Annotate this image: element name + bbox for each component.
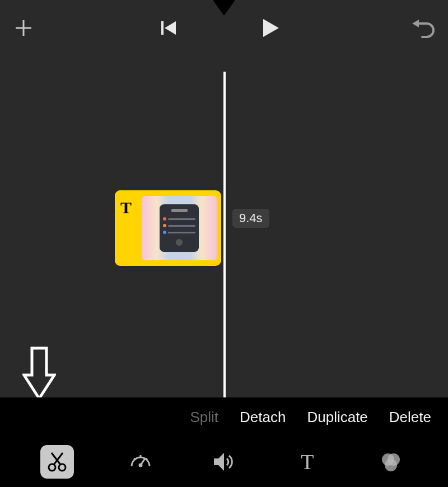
clip-title-overlay: T	[115, 190, 142, 266]
scissors-icon	[46, 451, 68, 473]
playhead-line[interactable]	[223, 72, 226, 410]
clip-duration-value: 9.4s	[239, 211, 263, 225]
detach-action[interactable]: Detach	[240, 409, 286, 426]
tool-bar: T	[0, 437, 448, 487]
clip-actions-bar: Split Detach Duplicate Delete	[0, 397, 448, 437]
split-action[interactable]: Split	[190, 409, 218, 426]
top-toolbar	[0, 0, 448, 50]
undo-icon	[410, 16, 435, 40]
add-media-button[interactable]	[11, 16, 36, 40]
svg-line-15	[134, 458, 136, 460]
add-icon	[12, 17, 35, 39]
duplicate-action[interactable]: Duplicate	[307, 409, 367, 426]
skip-to-start-button[interactable]	[157, 16, 181, 40]
volume-icon	[212, 449, 236, 474]
svg-marker-3	[165, 21, 176, 35]
volume-tool-button[interactable]	[207, 445, 241, 479]
video-clip[interactable]: T	[115, 190, 221, 266]
svg-marker-5	[263, 19, 279, 37]
svg-marker-6	[412, 20, 419, 27]
timeline[interactable]: T	[0, 50, 448, 397]
filters-icon	[379, 449, 403, 474]
svg-point-20	[385, 459, 397, 471]
clip-thumbnail	[142, 196, 217, 260]
filters-tool-button[interactable]	[374, 445, 408, 479]
playhead-marker	[213, 0, 235, 16]
play-button[interactable]	[258, 16, 282, 40]
undo-button[interactable]	[410, 16, 435, 40]
play-icon	[259, 17, 281, 39]
svg-point-13	[139, 464, 142, 466]
speed-tool-button[interactable]	[124, 445, 157, 479]
svg-marker-4	[213, 0, 235, 16]
svg-rect-2	[161, 21, 164, 35]
text-icon: T	[301, 449, 314, 474]
svg-marker-17	[214, 453, 224, 471]
text-tool-button[interactable]: T	[291, 445, 324, 479]
svg-marker-7	[24, 348, 54, 399]
title-glyph: T	[120, 198, 132, 217]
svg-line-16	[146, 458, 147, 460]
skip-start-icon	[159, 18, 179, 38]
trim-tool-button[interactable]	[40, 445, 74, 479]
speedometer-icon	[128, 449, 153, 474]
clip-duration-badge: 9.4s	[232, 209, 269, 228]
tutorial-arrow-icon	[22, 346, 56, 402]
delete-action[interactable]: Delete	[389, 409, 431, 426]
